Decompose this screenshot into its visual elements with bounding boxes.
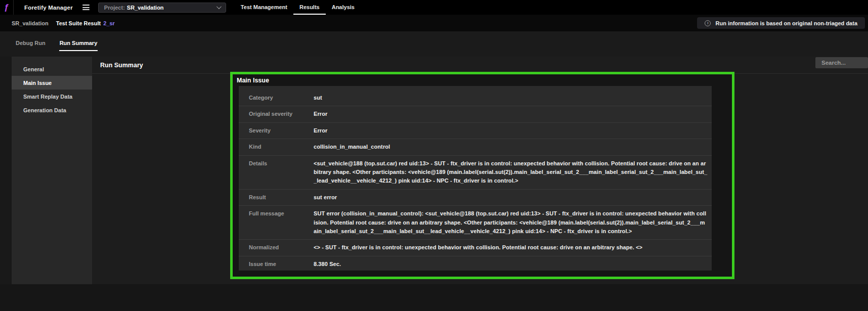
row-value: 8.380 Sec. [314,260,708,269]
row-value: Error [314,110,708,118]
row-value: SUT error (collision_in_manual_control):… [314,209,708,236]
row-severity: Severity Error [239,122,712,139]
sidebar-item-generation-data[interactable]: Generation Data [12,103,92,117]
row-value: <> - SUT - ftx_driver is in control: une… [314,243,708,252]
notice-banner: i Run information is based on original n… [697,17,865,29]
content-area: General Main Issue Smart Replay Data Gen… [0,57,868,284]
tab-debug-run[interactable]: Debug Run [15,37,46,51]
row-label: Normalized [249,243,314,252]
top-navigation: Test Management Results Analysis [235,0,361,15]
tab-results[interactable]: Results [293,0,326,15]
footer-strip [0,284,868,311]
breadcrumb-project[interactable]: SR_validation [12,20,49,26]
row-normalized: Normalized <> - SUT - ftx_driver is in c… [239,239,712,255]
breadcrumb: SR_validation Test Suite Result 2_sr [12,20,115,26]
row-label: Original severity [249,110,314,118]
row-label: Category [249,94,314,102]
row-label: Severity [249,126,314,135]
main-issue-panel-title: Main Issue [233,74,732,84]
row-full-message: Full message SUT error (collision_in_man… [239,205,712,239]
row-original-severity: Original severity Error [239,106,712,122]
project-selector-prefix: Project: [104,5,125,11]
tab-analysis[interactable]: Analysis [326,0,361,15]
main-issue-details-card: Category sut Original severity Error Sev… [239,86,712,271]
row-label: Issue time [249,260,314,269]
sidebar-item-general[interactable]: General [12,62,92,76]
chevron-down-icon [216,4,222,9]
row-issue-time: Issue time 8.380 Sec. [239,256,712,271]
search-input[interactable] [815,57,868,68]
row-value: sut error [314,193,708,202]
row-value: Error [314,126,708,135]
row-category: Category sut [239,90,712,106]
foretellix-logo-icon: ƒ [4,3,9,12]
app-window: ƒ Foretify Manager Project: SR_validatio… [0,0,868,311]
foretellix-logo[interactable]: ƒ [0,0,14,15]
main-issue-panel-highlighted: Main Issue Category sut Original severit… [230,72,734,279]
row-label: Details [249,159,314,186]
breadcrumb-bar: SR_validation Test Suite Result 2_sr i R… [0,15,868,31]
row-result: Result sut error [239,189,712,205]
row-value: <sut_vehicle@188 (top.sut.car) red uid:1… [314,159,708,186]
run-view-tabs: Debug Run Run Summary [0,31,868,57]
sidebar-item-smart-replay-data[interactable]: Smart Replay Data [12,90,92,103]
row-details: Details <sut_vehicle@188 (top.sut.car) r… [239,155,712,189]
app-title: Foretify Manager [24,5,73,11]
main-panel: Run Summary Main Issue Category sut Orig… [92,57,868,284]
project-selector[interactable]: Project: SR_validation [98,3,226,13]
info-icon: i [705,20,711,26]
project-selector-value: SR_validation [127,5,164,11]
row-value: collision_in_manual_control [314,143,708,151]
sidebar-item-main-issue[interactable]: Main Issue [12,76,92,90]
breadcrumb-section: Test Suite Result [56,20,101,26]
tab-test-management[interactable]: Test Management [235,0,293,15]
tab-run-summary[interactable]: Run Summary [59,37,98,51]
breadcrumb-result-link[interactable]: 2_sr [103,20,115,26]
top-bar: ƒ Foretify Manager Project: SR_validatio… [0,0,868,15]
notice-text: Run information is based on original non… [715,20,857,26]
hamburger-menu-icon[interactable] [82,5,90,10]
row-label: Kind [249,143,314,151]
row-value: sut [314,94,708,102]
row-kind: Kind collision_in_manual_control [239,139,712,155]
row-label: Result [249,193,314,202]
row-label: Full message [249,209,314,236]
sidebar: General Main Issue Smart Replay Data Gen… [12,57,92,284]
page-title: Run Summary [100,62,143,69]
